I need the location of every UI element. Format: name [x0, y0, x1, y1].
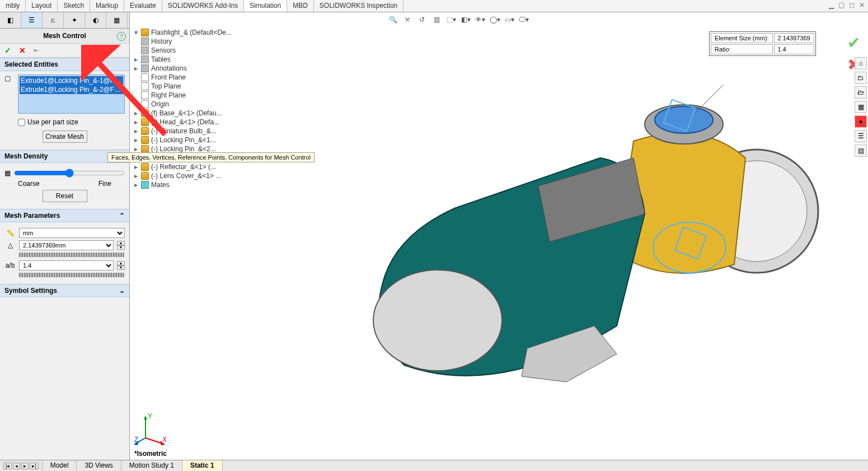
nav-last-icon[interactable]: ▸| — [30, 463, 38, 469]
tab-evaluate[interactable]: Evaluate — [124, 0, 162, 12]
use-per-part-size-input[interactable] — [18, 119, 25, 126]
zoom-area-icon[interactable]: ⤧ — [402, 14, 413, 25]
btab-motion-study[interactable]: Motion Study 1 — [121, 460, 182, 471]
taskpane-properties-icon[interactable]: ☰ — [855, 130, 867, 142]
zoom-to-fit-icon[interactable]: 🔍 — [387, 14, 398, 25]
tree-lens-cover[interactable]: ▸(-) Lens Cover_&<1> ... — [133, 171, 251, 180]
btab-static-1[interactable]: Static 1 — [182, 460, 223, 471]
symbol-settings-header[interactable]: Symbol Settings⌄ — [0, 284, 129, 297]
btab-model[interactable]: Model — [43, 460, 77, 471]
reset-button[interactable]: Reset — [43, 190, 87, 202]
section-view-icon[interactable]: ▥ — [431, 14, 442, 25]
nav-first-icon[interactable]: |◂ — [3, 463, 12, 469]
ratio-input[interactable]: 1.4 — [19, 260, 114, 271]
taskpane-view-palette-icon[interactable]: ▦ — [855, 101, 867, 113]
btab-3d-views[interactable]: 3D Views — [77, 460, 121, 471]
use-per-part-size-checkbox[interactable]: Use per part size — [18, 118, 125, 126]
callout-element-size-value[interactable]: 2.14397369 — [774, 33, 814, 43]
tab-sketch[interactable]: Sketch — [58, 0, 90, 12]
tree-bulb[interactable]: ▸(-) Miniature Bulb_&... — [133, 127, 251, 136]
selected-entities-list[interactable]: Extrude1@Locking Pin_&-1@Flasl Extrude1@… — [18, 74, 125, 114]
list-item[interactable]: Extrude1@Locking Pin_&-2@Flasl — [20, 85, 123, 94]
list-item[interactable]: Extrude1@Locking Pin_&-1@Flasl — [20, 76, 123, 85]
nav-prev-icon[interactable]: ◂ — [13, 463, 20, 469]
create-mesh-button[interactable]: Create Mesh — [43, 130, 87, 143]
tab-layout[interactable]: Layout — [26, 0, 58, 12]
window-restore-icon[interactable]: ▢ — [838, 1, 844, 9]
pm-tab-dimxpert-icon[interactable]: ✦ — [64, 12, 85, 28]
tab-mbd[interactable]: MBD — [287, 0, 314, 12]
tree-right-plane[interactable]: Right Plane — [133, 91, 251, 100]
ratio-spinner[interactable]: ▲▼ — [117, 261, 125, 270]
coarse-label: Coarse — [18, 180, 40, 188]
nav-next-icon[interactable]: ▸ — [21, 463, 29, 469]
taskpane-forum-icon[interactable]: ▤ — [855, 144, 867, 157]
tab-assembly[interactable]: mbly — [0, 0, 26, 12]
reference-triad[interactable]: Y X Z — [134, 413, 168, 446]
callout-element-size-label: Element Size (mm): — [711, 33, 773, 43]
graphics-area[interactable]: 🔍 ⤧ ↺ ▥ ⬚▾ ◧▾ 👁▾ ◯▾ ▭▾ 🖵▾ — [130, 12, 868, 460]
tree-locking-pin-1[interactable]: ▸(-) Locking Pin_&<1... — [133, 136, 251, 144]
svg-text:Y: Y — [148, 413, 152, 420]
mesh-parameters-header[interactable]: Mesh Parameters⌃ — [0, 209, 129, 222]
tree-sensors[interactable]: Sensors — [133, 46, 251, 55]
callout-ratio-value[interactable]: 1.4 — [774, 44, 814, 54]
pm-tab-propertymanager-icon[interactable]: ☰ — [21, 12, 43, 28]
element-size-spinner[interactable]: ▲▼ — [117, 241, 125, 250]
tree-origin[interactable]: Origin — [133, 100, 251, 109]
task-pane: ⌂ 🗀 🗁 ▦ ● ☰ ▤ — [855, 57, 867, 157]
tree-front-plane[interactable]: Front Plane — [133, 73, 251, 82]
orientation-label: *Isometric — [134, 450, 167, 458]
selected-entities-header[interactable]: Selected Entities — [0, 58, 129, 71]
tree-head[interactable]: ▸(-) Head_&<1> (Defa... — [133, 118, 251, 127]
confirm-ok-icon[interactable]: ✔ — [847, 34, 860, 52]
taskpane-library-icon[interactable]: 🗀 — [855, 72, 867, 84]
previous-view-icon[interactable]: ↺ — [416, 14, 428, 25]
tree-root[interactable]: ▾Flashlight_& (Default<De... — [133, 28, 251, 37]
tree-mates[interactable]: ▸Mates — [133, 180, 251, 189]
heads-up-view-toolbar: 🔍 ⤧ ↺ ▥ ⬚▾ ◧▾ 👁▾ ◯▾ ▭▾ 🖵▾ — [387, 12, 529, 27]
model-view[interactable] — [354, 85, 835, 399]
pm-tab-display-icon[interactable]: ◐ — [85, 12, 106, 28]
tree-base[interactable]: ▸(f) Base_&<1> (Defau... — [133, 109, 251, 118]
cancel-button[interactable]: ✕ — [19, 46, 26, 55]
ok-button[interactable]: ✓ — [4, 46, 11, 55]
property-manager-tab-icons: ◧ ☰ ⎌ ✦ ◐ ▦ — [0, 12, 129, 29]
window-close-icon[interactable]: ✕ — [859, 1, 865, 9]
element-size-input[interactable]: 2.14397369mm — [19, 240, 114, 250]
view-settings-icon[interactable]: 🖵▾ — [518, 14, 529, 25]
tree-top-plane[interactable]: Top Plane — [133, 82, 251, 91]
unit-select[interactable]: mm — [19, 228, 125, 238]
tree-annotations[interactable]: ▸Annotations — [133, 64, 251, 73]
apply-scene-icon[interactable]: ▭▾ — [504, 14, 515, 25]
pm-tab-simulation-icon[interactable]: ▦ — [106, 12, 128, 28]
svg-point-3 — [655, 106, 713, 133]
window-minimize-icon[interactable]: ▁ — [829, 1, 834, 9]
pm-tab-config-icon[interactable]: ⎌ — [43, 12, 64, 28]
view-orientation-icon[interactable]: ⬚▾ — [445, 14, 457, 25]
mesh-callout[interactable]: Element Size (mm): 2.14397369 Ratio: 1.4 — [709, 31, 816, 56]
mesh-parameters-label: Mesh Parameters — [4, 212, 60, 220]
flyout-feature-tree[interactable]: ▾Flashlight_& (Default<De... History Sen… — [133, 28, 251, 189]
hide-show-icon[interactable]: 👁▾ — [475, 14, 486, 25]
tree-tables[interactable]: ▸Tables — [133, 55, 251, 64]
svg-point-4 — [373, 270, 502, 371]
tab-inspection[interactable]: SOLIDWORKS Inspection — [314, 0, 403, 12]
taskpane-appearances-icon[interactable]: ● — [855, 115, 867, 128]
tree-history[interactable]: History — [133, 37, 251, 46]
pin-icon[interactable]: ⇤ — [34, 46, 39, 54]
mesh-density-slider[interactable] — [14, 169, 125, 178]
display-style-icon[interactable]: ◧▾ — [460, 14, 471, 25]
tree-reflector[interactable]: ▸(-) Reflector_&<1> (... — [133, 162, 251, 171]
pm-tab-feature-icon[interactable]: ◧ — [0, 12, 21, 28]
tab-markup[interactable]: Markup — [90, 0, 124, 12]
tab-addins[interactable]: SOLIDWORKS Add-Ins — [162, 0, 244, 12]
edit-appearance-icon[interactable]: ◯▾ — [489, 14, 500, 25]
tooltip: Faces, Edges, Vertices, Reference Points… — [107, 152, 315, 162]
help-icon[interactable]: ? — [117, 32, 126, 41]
window-maximize-icon[interactable]: ◻ — [849, 1, 855, 9]
taskpane-resources-icon[interactable]: ⌂ — [855, 57, 867, 69]
taskpane-explorer-icon[interactable]: 🗁 — [855, 86, 867, 99]
ratio-ruler — [19, 273, 125, 277]
tab-simulation[interactable]: Simulation — [244, 0, 287, 12]
